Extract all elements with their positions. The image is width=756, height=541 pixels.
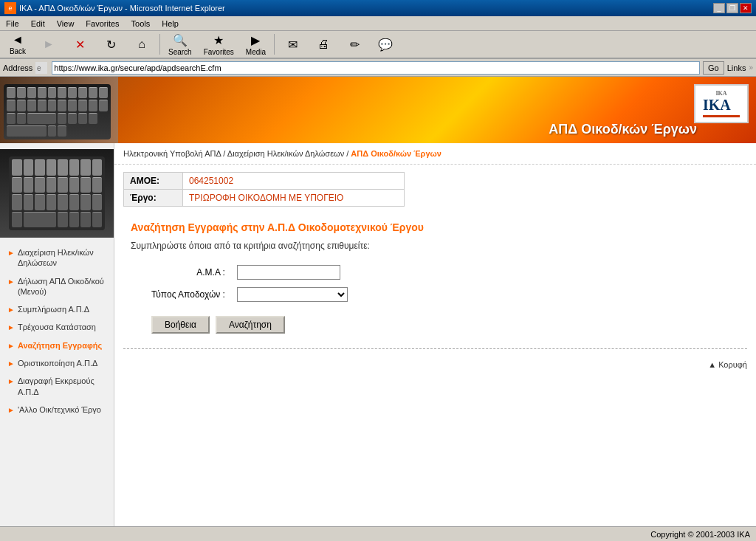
content-area: Ηλεκτρονική Υποβολή ΑΠΔ / Διαχείριση Ηλε… (114, 143, 756, 526)
edit-button[interactable]: ✏ (340, 32, 369, 57)
nav-arrow-2: ► (7, 277, 15, 286)
search-submit-button[interactable]: Αναζήτηση (216, 316, 285, 334)
resize-icon: » (749, 63, 753, 72)
forward-button[interactable]: ► (34, 32, 63, 57)
favorites-button[interactable]: ★ Favorites (199, 32, 239, 57)
help-button[interactable]: Βοήθεια (151, 316, 210, 334)
section-divider (123, 348, 747, 349)
header-banner: ΙΚΑ ΙΚΑ ΑΠΔ Οικοδ/κών Έργων (0, 77, 756, 143)
window-title: ΙΚΑ - ΑΠΔ Οικοδ/κών Έργων - Microsoft In… (19, 4, 225, 13)
keyboard-decoration (4, 84, 111, 139)
home-button[interactable]: ⌂ (127, 32, 157, 57)
sidebar-item-allo[interactable]: ► 'Αλλο Οικ/τεχνικό Έργο (0, 401, 114, 418)
form-table: Α.Μ.Α : Τύπος Αποδοχών : (145, 261, 354, 306)
info-table: ΑΜΟΕ: 064251002 Έργο: ΤΡΙΩΡΟΦΗ ΟΙΚΟΔΟΜΗ … (123, 172, 405, 207)
sidebar-item-anazitisi[interactable]: ► Αναζήτηση Εγγραφής (0, 337, 114, 354)
ergo-label: Έργο: (124, 190, 183, 207)
mail-icon: ✉ (288, 38, 298, 52)
ergo-value: ΤΡΙΩΡΟΦΗ ΟΙΚΟΔΟΜΗ ΜΕ ΥΠΟΓΕΙΟ (183, 190, 405, 207)
app-icon: e (4, 2, 16, 14)
address-bar: Address e Go Links » (0, 59, 756, 77)
typos-label: Τύπος Αποδοχών : (145, 283, 231, 306)
sidebar: ► Διαχείριση Ηλεκ/ικών Δηλώσεων ► Δήλωση… (0, 143, 114, 526)
nav-arrow-8: ► (7, 405, 15, 415)
media-icon: ▶ (251, 33, 260, 47)
print-button[interactable]: 🖨 (309, 32, 338, 57)
sidebar-item-oristiko[interactable]: ► Οριστικοποίηση Α.Π.Δ (0, 354, 114, 372)
svg-text:e: e (37, 64, 41, 72)
nav-arrow-6: ► (7, 359, 15, 368)
search-label: Search (168, 48, 192, 56)
stop-icon: ✕ (75, 38, 85, 52)
sidebar-item-label-4: Αναζήτηση Εγγραφής (18, 340, 102, 351)
sidebar-item-trexousa[interactable]: ► Τρέχουσα Κατάσταση (0, 318, 114, 336)
amoe-label: ΑΜΟΕ: (124, 173, 183, 190)
status-bar: Copyright © 2001-2003 ΙΚΑ (0, 526, 756, 541)
sidebar-item-label-1: Δήλωση ΑΠΔ Οικοδ/κού (Μενού) (18, 276, 106, 297)
toolbar: ◄ Back ► ✕ ↻ ⌂ 🔍 Search ★ Favorites ▶ Me… (0, 31, 756, 59)
nav-arrow-5: ► (7, 341, 15, 351)
breadcrumb-part2: Διαχείριση Ηλεκ/ικών Δηλώσεων (227, 149, 344, 158)
address-input[interactable] (52, 61, 700, 75)
favorites-label: Favorites (204, 48, 234, 56)
menu-view[interactable]: View (54, 18, 78, 29)
messenger-button[interactable]: 💬 (371, 32, 400, 57)
refresh-button[interactable]: ↻ (96, 32, 126, 57)
search-icon: 🔍 (173, 33, 188, 47)
toolbar-separator-1 (159, 34, 160, 55)
search-section: Αναζήτηση Εγγραφής στην Α.Π.Δ Οικοδομοτε… (123, 214, 747, 341)
menu-edit[interactable]: Edit (28, 18, 48, 29)
sidebar-item-diagrafi[interactable]: ► Διαγραφή Εκκρεμούς Α.Π.Δ (0, 372, 114, 401)
sidebar-item-label-0: Διαχείριση Ηλεκ/ικών Δηλώσεων (18, 247, 106, 269)
logo: ΙΚΑ ΙΚΑ (694, 84, 749, 123)
logo-underline (703, 115, 740, 117)
menu-bar: File Edit View Favorites Tools Help (0, 16, 756, 31)
header-title: ΑΠΔ Οικοδ/κών Έργων (549, 122, 697, 137)
nav-arrow-3: ► (7, 305, 15, 314)
mail-button[interactable]: ✉ (278, 32, 307, 57)
menu-help[interactable]: Help (159, 18, 182, 29)
close-button[interactable]: ✕ (740, 3, 752, 13)
sidebar-item-label-6: Διαγραφή Εκκρεμούς Α.Π.Δ (18, 376, 106, 397)
sidebar-item-symplirosi[interactable]: ► Συμπλήρωση Α.Π.Δ (0, 300, 114, 318)
menu-file[interactable]: File (3, 18, 22, 29)
media-label: Media (246, 48, 266, 56)
links-button[interactable]: Links (727, 63, 746, 72)
toolbar-separator-2 (274, 34, 275, 55)
ama-label: Α.Μ.Α : (145, 261, 231, 283)
main-layout: ► Διαχείριση Ηλεκ/ικών Δηλώσεων ► Δήλωση… (0, 143, 756, 526)
nav-arrow-1: ► (7, 248, 15, 258)
back-button[interactable]: ◄ Back (3, 32, 32, 57)
logo-top: ΙΚΑ (703, 90, 740, 97)
sidebar-item-label-7: 'Αλλο Οικ/τεχνικό Έργο (18, 404, 101, 415)
form-buttons: Βοήθεια Αναζήτηση (151, 316, 740, 334)
title-bar: e ΙΚΑ - ΑΠΔ Οικοδ/κών Έργων - Microsoft … (0, 0, 756, 16)
typos-select[interactable] (237, 287, 348, 302)
restore-button[interactable]: ❐ (726, 3, 738, 13)
breadcrumb: Ηλεκτρονική Υποβολή ΑΠΔ / Διαχείριση Ηλε… (114, 143, 756, 165)
edit-icon: ✏ (350, 38, 360, 52)
search-title: Αναζήτηση Εγγραφής στην Α.Π.Δ Οικοδομοτε… (131, 221, 740, 233)
go-button[interactable]: Go (703, 61, 724, 75)
sidebar-item-diaxeirisi[interactable]: ► Διαχείριση Ηλεκ/ικών Δηλώσεων (0, 244, 114, 272)
amoe-value: 064251002 (183, 173, 405, 190)
sidebar-item-dilosi[interactable]: ► Δήλωση ΑΠΔ Οικοδ/κού (Μενού) (0, 272, 114, 301)
address-label: Address (3, 63, 32, 72)
search-button[interactable]: 🔍 Search (163, 32, 197, 57)
top-link[interactable]: ▲ Κορυφή (708, 360, 747, 369)
logo-text: ΙΚΑ (703, 97, 740, 114)
breadcrumb-current: ΑΠΔ Οικοδ/κών Έργων (351, 149, 441, 158)
media-button[interactable]: ▶ Media (241, 32, 271, 57)
messenger-icon: 💬 (378, 38, 393, 52)
nav-arrow-7: ► (7, 376, 15, 386)
back-icon: ◄ (12, 33, 24, 46)
sidebar-nav: ► Διαχείριση Ηλεκ/ικών Δηλώσεων ► Δήλωση… (0, 238, 114, 424)
menu-favorites[interactable]: Favorites (83, 18, 122, 29)
menu-tools[interactable]: Tools (128, 18, 154, 29)
ama-input[interactable] (237, 265, 340, 280)
title-bar-left: e ΙΚΑ - ΑΠΔ Οικοδ/κών Έργων - Microsoft … (4, 2, 225, 14)
minimize-button[interactable]: _ (713, 3, 725, 13)
search-subtitle: Συμπληρώστε όποια από τα κριτήρια αναζήτ… (131, 241, 740, 251)
stop-button[interactable]: ✕ (65, 32, 94, 57)
sidebar-item-label-3: Τρέχουσα Κατάσταση (18, 322, 96, 332)
